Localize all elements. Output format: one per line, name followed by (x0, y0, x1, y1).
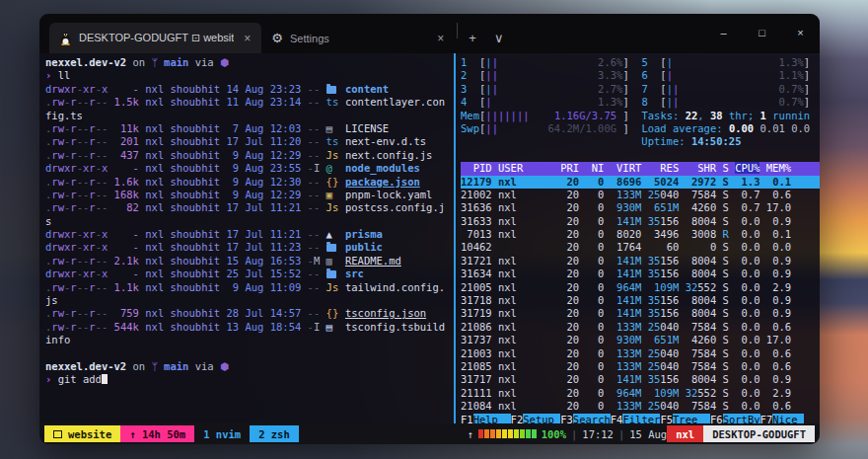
tab-settings[interactable]: ⚙ Settings × (261, 23, 455, 53)
process-mem: 2.9 (760, 281, 792, 293)
terminal-content: nexxel.dev-v2 on ᛘ main via ⬢› lldrwxr-x… (39, 53, 820, 423)
memory-value: 7584 (686, 189, 717, 200)
blank-line (45, 347, 454, 360)
file-owner: nxl shoubhit (145, 201, 220, 213)
process-row[interactable]: 10462 20 0 1764 60 0 S 0.0 0.0 (461, 241, 820, 254)
prompt-directory: nexxel.dev-v2 (45, 56, 126, 68)
process-cpu: 0.0 (729, 281, 760, 293)
process-row[interactable]: 21085 nxl 20 0 133M 25040 7584 S 0.0 0.6 (461, 360, 820, 373)
memory-value: 7584 (686, 360, 717, 372)
file-type-icon: ts (326, 135, 339, 148)
file-type-icon: ▤ (326, 321, 339, 334)
file-type-icon: {} (326, 176, 339, 189)
uptime: Uptime: (641, 135, 691, 147)
process-row[interactable]: 31718 nxl 20 0 141M 35156 8004 S 0.0 0.9 (461, 294, 820, 307)
process-mem: 17.0 (760, 201, 792, 213)
text-segment: 156 (660, 215, 679, 227)
process-row[interactable]: 31636 nxl 20 0 930M 651M 4260 S 0.7 17.0 (461, 201, 820, 214)
status-segment-session-uptime[interactable]: ↑ 14h 50m (120, 425, 194, 442)
battery-block (514, 429, 519, 438)
maximize-button[interactable]: □ (743, 14, 781, 51)
status-hostname: DESKTOP-GODUGFT (712, 428, 806, 440)
folder-icon (326, 244, 336, 252)
shell-pane[interactable]: nexxel.dev-v2 on ᛘ main via ⬢› lldrwxr-x… (39, 53, 454, 423)
minimize-button[interactable]: – (704, 14, 743, 51)
mem-tasks-line: Mem[||||||| 1.16G/3.75 ] Tasks: 22, 38 t… (461, 110, 820, 122)
process-row[interactable]: 21003 nxl 20 0 133M 25040 7584 S 0.0 0.6 (461, 347, 820, 360)
process-row[interactable]: 31721 nxl 20 0 141M 35156 8004 S 0.0 0.9 (461, 255, 820, 268)
file-size: 1.5k (114, 96, 139, 108)
file-date: 11 Aug 23:14 (226, 96, 301, 108)
process-row[interactable]: 21005 nxl 20 0 964M 109M 32552 S 0.0 2.9 (461, 281, 820, 294)
memory-value: 3496 (648, 228, 680, 240)
text-segment (791, 294, 816, 306)
file-type-icon: @ (326, 162, 339, 175)
up-arrow-icon: ↑ (467, 428, 472, 440)
process-row[interactable]: 21111 nxl 20 0 964M 109M 32552 S 0.0 2.9 (461, 387, 820, 400)
status-segment-window-website[interactable]: website (44, 425, 120, 442)
file-name: README.md (345, 255, 401, 267)
battery-block (478, 429, 483, 438)
process-cpu: 0.0 (729, 268, 760, 279)
window-controls: – □ × (704, 14, 820, 51)
file-owner: nxl shoubhit (145, 281, 220, 293)
process-mem: 17.0 (760, 334, 792, 345)
status-date: 15 Aug (629, 428, 667, 440)
process-row[interactable]: 21002 nxl 20 0 133M 25040 7584 S 0.7 0.6 (461, 189, 820, 201)
status-segment-win-2-zsh[interactable]: 2 zsh (250, 425, 299, 442)
process-cpu: 0.0 (729, 334, 760, 345)
text-segment: ] (804, 83, 810, 95)
memory-value: 5024 (648, 176, 680, 188)
tab-dropdown-button[interactable]: ∨ (485, 23, 513, 53)
process-pid: 21086 (461, 321, 492, 333)
file-listing-row: .rw-r--r-- 1.6k nxl shoubhit 9 Aug 12:30… (45, 176, 454, 189)
tab-terminal-close-icon[interactable]: × (241, 32, 253, 45)
file-name-wrapped: fig.ts (45, 110, 83, 121)
file-size: - (114, 228, 139, 240)
close-button[interactable]: × (781, 14, 820, 51)
process-row[interactable]: 31717 nxl 20 0 141M 35156 8004 S 0.0 0.9 (461, 373, 820, 386)
file-size: 201 (114, 135, 139, 147)
text-segment (791, 241, 816, 253)
process-row[interactable]: 21084 nxl 20 0 133M 25040 7584 S 0.0 0.6 (461, 400, 820, 413)
cpu-meter-value: 0.7% (778, 96, 803, 108)
process-row[interactable]: 31633 nxl 20 0 141M 35156 8004 S 0.0 0.9 (461, 215, 820, 228)
cpu-meter-value: 2.6% (598, 56, 622, 68)
command-text: git add (51, 373, 102, 385)
process-row[interactable]: 31719 nxl 20 0 141M 35156 8004 S 0.0 0.9 (461, 307, 820, 320)
tab-terminal[interactable]: DESKTOP-GODUGFT ⊡ websit × (49, 23, 261, 53)
process-pid: 31737 (461, 334, 492, 345)
process-row[interactable]: 12179 nxl 20 0 8696 5024 2972 S 1.3 0.1 (461, 176, 820, 189)
text-segment (791, 281, 816, 293)
status-user-badge[interactable]: nxl (667, 425, 703, 442)
text-segment (791, 228, 816, 240)
new-tab-button[interactable]: + (460, 23, 485, 53)
tab-settings-close-icon[interactable]: × (434, 32, 447, 45)
process-row[interactable]: 21086 nxl 20 0 133M 25040 7584 S 0.0 0.6 (461, 321, 820, 334)
text-segment: | (614, 428, 629, 440)
file-name: contentlayer.con (345, 96, 445, 108)
memory-value: 8004 (686, 268, 717, 279)
file-type-icon: Js (326, 281, 339, 294)
memory-value: 7584 (686, 347, 717, 359)
process-table-header[interactable]: PID USER PRI NI VIRT RES SHR S CPU% MEM% (461, 162, 820, 175)
memory-value: 8004 (686, 294, 717, 306)
file-listing-wrap: fig.ts (45, 110, 454, 122)
text-segment: [ (467, 69, 485, 81)
process-row[interactable]: 31634 nxl 20 0 141M 35156 8004 S 0.0 0.9 (461, 268, 820, 280)
htop-pane[interactable]: 1 [|| 2.6%] 5 [| 1.3%]2 [|| 3.3%] 6 [| 1… (456, 53, 820, 423)
status-host-badge[interactable]: DESKTOP-GODUGFT (703, 425, 815, 442)
shell-prompt: nexxel.dev-v2 on ᛘ main via ⬢ (45, 56, 454, 69)
text-segment (791, 360, 816, 372)
memory-value: 25 (648, 189, 661, 200)
status-segment-win-1-nvim[interactable]: 1 nvim (194, 425, 250, 442)
file-size: 82 (114, 201, 139, 213)
shell-command: › git add (45, 373, 454, 386)
text-segment: 20 0 (554, 281, 611, 293)
process-row[interactable]: 7013 nxl 20 0 8020 3496 3008 R 0.0 0.1 (461, 228, 820, 241)
file-type-icon: {} (326, 307, 339, 320)
text-segment (791, 400, 816, 412)
text-segment (791, 215, 816, 227)
process-row[interactable]: 31737 nxl 20 0 930M 651M 4260 S 0.0 17.0 (461, 334, 820, 346)
memory-value: 25 (648, 360, 661, 372)
